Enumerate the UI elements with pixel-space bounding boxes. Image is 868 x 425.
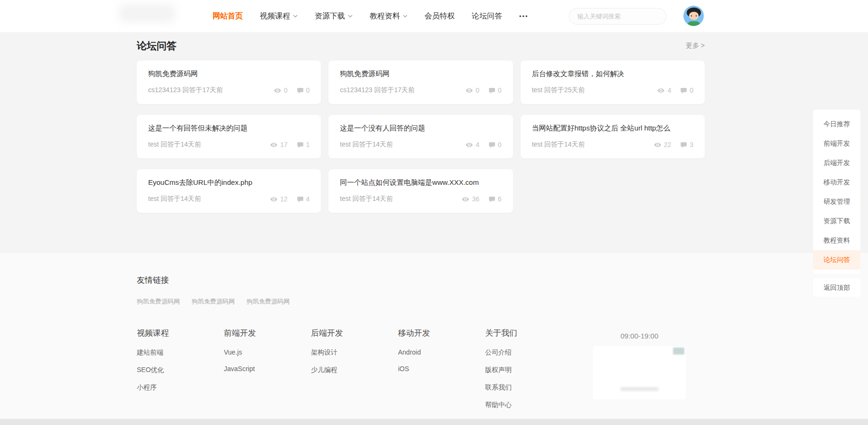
forum-qa-section: 论坛问答 更多 > 狗凯免费源码网 cs1234123 回答于17天前 0 0 … [0,32,868,253]
qa-card[interactable]: EyouCms去除URL中的index.php test 回答于14天前 12 … [137,169,321,213]
footer-link[interactable]: 小程序 [137,383,224,392]
views-icon [461,195,469,203]
search-input[interactable] [577,13,661,20]
floating-category-nav: 今日推荐 前端开发 后端开发 移动开发 研发管理 资源下载 教程资料 论坛问答 [813,110,860,274]
nav-item-resource-downloads[interactable]: 资源下载 [315,11,353,21]
question-title[interactable]: 狗凯免费源码网 [340,69,501,78]
avatar-eye [691,15,692,17]
nav-label: 教程资料 [370,11,400,21]
footer-link[interactable]: iOS [398,365,485,373]
views-icon [274,87,282,95]
qa-card[interactable]: 同一个站点如何设置电脑端是www.XXX.com test 回答于14天前 36… [328,169,513,213]
views-count: 4 [667,87,671,94]
more-link[interactable]: 更多 > [686,42,705,50]
nav-more-ellipsis-icon[interactable]: ••• [519,13,529,20]
footer-link[interactable]: Android [398,348,485,356]
footer-link[interactable]: 公司介绍 [485,348,572,357]
qa-card[interactable]: 这是一个没有人回答的问题 test 回答于14天前 4 0 [328,115,513,158]
footer-link[interactable]: SEO优化 [137,366,224,374]
side-item-rd-management[interactable]: 研发管理 [813,192,860,211]
question-title[interactable]: EyouCms去除URL中的index.php [148,178,310,187]
question-title[interactable]: 当网站配置好https协议之后 全站url http怎么 [532,124,693,133]
comments-count: 6 [498,195,502,203]
footer-link[interactable]: 架构设计 [311,348,398,357]
qa-card[interactable]: 狗凯免费源码网 cs1234123 回答于17天前 0 0 [137,61,321,104]
footer-link[interactable]: 版权声明 [485,366,572,374]
comments-icon [297,196,304,203]
side-item-frontend[interactable]: 前端开发 [813,134,860,153]
footer-col-mobile: 移动开发 Android iOS [398,328,485,418]
chevron-down-icon [348,15,353,17]
side-item-forum-qa[interactable]: 论坛问答 [813,250,860,269]
nav-item-tutorial-materials[interactable]: 教程资料 [370,11,407,21]
site-logo[interactable] [119,4,175,22]
answer-meta: test 回答于14天前 [532,140,585,149]
nav-item-video-courses[interactable]: 视频课程 [260,11,298,21]
service-time: 09:00-19:00 [593,332,686,340]
footer-link[interactable]: Vue.js [224,348,311,356]
friend-links-title: 友情链接 [137,253,705,286]
comments-count: 1 [306,141,310,148]
question-title[interactable]: 后台修改文章报错，如何解决 [532,69,693,78]
answer-meta: test 回答于14天前 [340,195,393,203]
avatar-face [689,12,699,20]
views-count: 22 [664,141,672,148]
footer-link[interactable]: 建站前端 [137,348,224,357]
footer-col-frontend: 前端开发 Vue.js JavaScript [224,328,311,418]
qa-card[interactable]: 狗凯免费源码网 cs1234123 回答于17天前 0 0 [328,61,513,104]
chevron-down-icon [403,15,407,17]
footer-col-title: 视频课程 [137,328,224,338]
search-bar[interactable] [569,8,666,25]
side-item-mobile[interactable]: 移动开发 [813,173,860,192]
question-title[interactable]: 这是一个没有人回答的问题 [340,124,501,133]
user-avatar[interactable] [683,6,704,26]
comments-count: 0 [690,87,693,94]
question-title[interactable]: 狗凯免费源码网 [148,69,310,78]
side-item-backend[interactable]: 后端开发 [813,153,860,173]
comments-icon [488,141,496,148]
comments-icon [680,141,687,148]
nav-label: 视频课程 [260,11,290,21]
nav-item-home[interactable]: 网站首页 [213,11,243,21]
views-count: 36 [472,195,479,203]
friend-link[interactable]: 狗凯免费源码网 [137,297,180,306]
footer-col-video-courses: 视频课程 建站前端 SEO优化 小程序 [137,328,224,418]
nav-item-forum-qa[interactable]: 论坛问答 [472,11,502,21]
answer-meta: test 回答于14天前 [148,140,201,149]
side-item-tutorial-materials[interactable]: 教程资料 [813,231,860,250]
qa-card[interactable]: 当网站配置好https协议之后 全站url http怎么 test 回答于14天… [521,115,705,158]
footer-link[interactable]: 帮助中心 [485,401,572,409]
qa-card[interactable]: 后台修改文章报错，如何解决 test 回答于25天前 4 0 [521,61,705,104]
footer-link[interactable]: JavaScript [224,365,311,373]
footer-col-title: 前端开发 [224,328,311,338]
answer-meta: test 回答于14天前 [340,140,393,149]
views-count: 4 [476,141,479,148]
answer-meta: cs1234123 回答于17天前 [340,86,415,95]
qa-card[interactable]: 这是一个有回答但未解决的问题 test 回答于14天前 17 1 [137,115,321,158]
question-title[interactable]: 这是一个有回答但未解决的问题 [148,124,310,133]
chevron-down-icon [293,15,298,17]
footer-col-title: 后端开发 [311,328,398,338]
comments-icon [488,87,496,94]
friend-link[interactable]: 狗凯免费源码网 [247,297,290,306]
avatar-shirt [687,21,700,26]
qa-card-grid: 狗凯免费源码网 cs1234123 回答于17天前 0 0 狗凯免费源码网 cs… [137,61,705,213]
friend-links: 狗凯免费源码网 狗凯免费源码网 狗凯免费源码网 [137,297,705,306]
comments-count: 0 [498,141,502,148]
back-to-top-button[interactable]: 返回顶部 [813,278,860,297]
footer-col-about: 关于我们 公司介绍 版权声明 联系我们 帮助中心 [485,328,572,418]
friend-link[interactable]: 狗凯免费源码网 [192,297,235,306]
views-count: 12 [280,195,288,203]
qr-ghost-text [620,387,658,391]
footer-col-title: 关于我们 [485,328,572,338]
nav-item-member-privileges[interactable]: 会员特权 [425,11,455,21]
footer-link[interactable]: 联系我们 [485,383,572,392]
comments-icon [680,87,687,94]
side-item-today-picks[interactable]: 今日推荐 [813,114,860,134]
answer-meta: test 回答于25天前 [532,86,585,95]
footer-link[interactable]: 少儿编程 [311,366,398,374]
question-title[interactable]: 同一个站点如何设置电脑端是www.XXX.com [340,178,501,187]
side-item-resource-downloads[interactable]: 资源下载 [813,211,860,231]
page-title: 论坛问答 [137,39,177,52]
nav-label: 会员特权 [425,11,455,21]
